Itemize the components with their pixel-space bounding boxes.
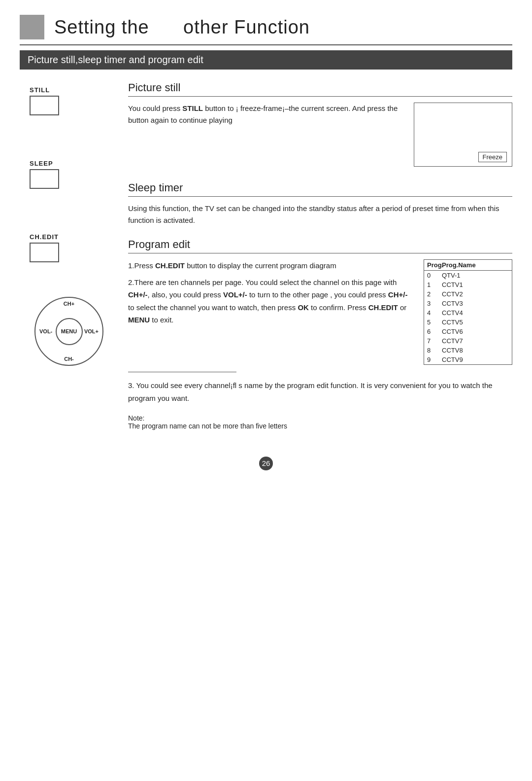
channel-name: CCTV1 xyxy=(442,281,509,288)
sleep-timer-text: Using this function, the TV set can be c… xyxy=(128,203,512,226)
channel-table: Prog. Prog.Name 0QTV-11CCTV12CCTV23CCTV3… xyxy=(424,259,512,365)
section-banner-text: Picture still,sleep timer and program ed… xyxy=(28,54,203,65)
prog-header: Prog. xyxy=(427,261,442,269)
step1: 1.Press CH.EDIT button to display the cu… xyxy=(128,259,416,272)
still-bold: STILL xyxy=(182,104,203,112)
sleep-timer-divider xyxy=(128,196,512,197)
sleep-timer-title: Sleep timer xyxy=(128,181,512,194)
channel-prog: 5 xyxy=(427,319,442,326)
channel-row: 8CCTV8 xyxy=(424,346,512,355)
vol-bold: VOL+/- xyxy=(223,290,247,299)
channel-row: 6CCTV6 xyxy=(424,327,512,336)
channel-row: 3CCTV3 xyxy=(424,299,512,308)
chedit-key xyxy=(30,243,59,262)
right-column: Picture still You could press STILL butt… xyxy=(118,81,512,442)
channel-row: 1CCTV1 xyxy=(424,280,512,289)
sleep-label: SLEEP xyxy=(30,160,69,167)
menu-label: MENU xyxy=(61,328,77,334)
ch-bold1: CH+/- xyxy=(128,290,148,299)
menu-bold: MENU xyxy=(128,316,150,324)
still-key xyxy=(30,96,59,115)
channel-prog: 4 xyxy=(427,309,442,317)
channel-prog: 2 xyxy=(427,290,442,298)
channel-prog: 0 xyxy=(427,272,442,279)
channel-prog: 6 xyxy=(427,328,442,335)
header-box xyxy=(20,15,44,39)
ok-bold: OK xyxy=(298,303,309,312)
page-title: Setting the other Function xyxy=(54,17,310,38)
section-banner: Picture still,sleep timer and program ed… xyxy=(20,50,512,70)
channel-prog: 1 xyxy=(427,281,442,288)
program-edit-text: 1.Press CH.EDIT button to display the cu… xyxy=(128,259,416,365)
picture-still-box: Freeze xyxy=(414,103,512,167)
note-section: Note: The program name can not be more t… xyxy=(128,414,512,430)
channel-name: QTV-1 xyxy=(442,272,509,279)
page-number-section: 26 xyxy=(20,457,512,470)
still-label: STILL xyxy=(30,86,69,94)
chedit-label: CH.EDIT xyxy=(30,233,69,241)
channel-name: CCTV7 xyxy=(442,337,509,345)
remote-control: CH+ CH- VOL- VOL+ MENU xyxy=(34,297,103,366)
ch-bold2: CH+/- xyxy=(388,290,408,299)
program-edit-section: Program edit 1.Press CH.EDIT button to d… xyxy=(128,238,512,430)
menu-button: MENU xyxy=(56,318,83,345)
sleep-key xyxy=(30,169,59,189)
channel-name: CCTV8 xyxy=(442,347,509,354)
title-part1: Setting the xyxy=(54,17,149,37)
note-label: Note: xyxy=(128,414,512,422)
sleep-button-section: SLEEP xyxy=(20,160,118,204)
picture-still-content: You could press STILL button to ¡ freeze… xyxy=(128,103,512,167)
channel-prog: 7 xyxy=(427,337,442,345)
chedit-bold2: CH.EDIT xyxy=(368,303,398,312)
channel-row: 5CCTV5 xyxy=(424,318,512,327)
chedit-bold1: CH.EDIT xyxy=(155,261,185,270)
picture-still-section: Picture still You could press STILL butt… xyxy=(128,81,512,167)
page-number: 26 xyxy=(259,457,273,470)
channel-name: CCTV4 xyxy=(442,309,509,317)
program-edit-title: Program edit xyxy=(128,238,512,251)
channel-row: 2CCTV2 xyxy=(424,289,512,299)
channel-name: CCTV6 xyxy=(442,328,509,335)
vol-minus-label: VOL- xyxy=(39,328,52,334)
chedit-button-section: CH.EDIT xyxy=(20,233,118,277)
channel-prog: 3 xyxy=(427,300,442,307)
still-button-section: STILL xyxy=(20,86,118,130)
picture-still-divider xyxy=(128,96,512,97)
channel-table-header: Prog. Prog.Name xyxy=(424,260,512,271)
note-text: The program name can not be more than fi… xyxy=(128,422,512,430)
picture-still-title: Picture still xyxy=(128,81,512,94)
channel-row: 0QTV-1 xyxy=(424,271,512,280)
channel-name: CCTV9 xyxy=(442,356,509,363)
program-edit-content: 1.Press CH.EDIT button to display the cu… xyxy=(128,259,512,365)
ch-minus-label: CH- xyxy=(64,356,74,362)
program-edit-divider xyxy=(128,253,512,253)
channel-row: 9CCTV9 xyxy=(424,355,512,364)
title-part2: other Function xyxy=(183,17,310,37)
step3-text: 3. You could see every channel¡fl s name… xyxy=(128,379,512,404)
vol-plus-label: VOL+ xyxy=(84,328,99,334)
ch-plus-label: CH+ xyxy=(64,301,74,307)
sleep-timer-section: Sleep timer Using this function, the TV … xyxy=(128,181,512,226)
separator-line xyxy=(128,372,236,372)
main-content: STILL SLEEP CH.EDIT CH+ CH- VOL- VOL+ ME… xyxy=(20,81,512,442)
channel-row: 7CCTV7 xyxy=(424,336,512,346)
channel-name: CCTV3 xyxy=(442,300,509,307)
remote-section: CH+ CH- VOL- VOL+ MENU xyxy=(20,292,118,366)
name-header: Prog.Name xyxy=(442,261,509,269)
step2: 2.There are ten channels per page. You c… xyxy=(128,276,416,326)
channel-name: CCTV2 xyxy=(442,290,509,298)
channel-name: CCTV5 xyxy=(442,319,509,326)
freeze-label: Freeze xyxy=(478,152,507,162)
channel-prog: 8 xyxy=(427,347,442,354)
picture-still-text: You could press STILL button to ¡ freeze… xyxy=(128,103,406,167)
page-header: Setting the other Function xyxy=(20,15,512,45)
channel-prog: 9 xyxy=(427,356,442,363)
left-column: STILL SLEEP CH.EDIT CH+ CH- VOL- VOL+ ME… xyxy=(20,81,118,442)
channel-rows: 0QTV-11CCTV12CCTV23CCTV34CCTV45CCTV56CCT… xyxy=(424,271,512,364)
channel-row: 4CCTV4 xyxy=(424,308,512,318)
